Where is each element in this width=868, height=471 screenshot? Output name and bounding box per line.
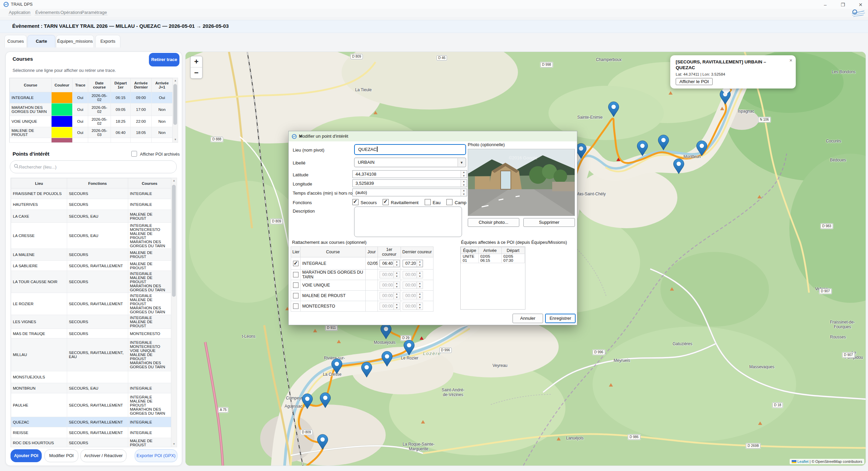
tab-carte[interactable]: Carte [27, 35, 55, 47]
minimize-icon[interactable]: – [820, 1, 830, 8]
edit-poi-dialog: Modifier un point d'intérêt ✕ Lieu (nom … [288, 131, 577, 325]
popup-close-icon[interactable]: × [789, 57, 792, 63]
course-row[interactable]: MARATHON DES GORGES DU TARN Oui 2026-05-… [10, 103, 173, 116]
poi-row[interactable]: PAULHESECOURS, RAVITAILLEMENTINTEGRALE M… [11, 393, 171, 417]
maximize-icon[interactable]: ❐ [838, 1, 848, 8]
poi-row[interactable]: LA MALENESECOURSMALENE DE PROUST [11, 249, 171, 261]
last-runner-time[interactable]: 07:20▲▼ [403, 260, 423, 267]
checkbox-icon[interactable] [293, 293, 298, 298]
checkbox-eau[interactable]: Eau [425, 200, 441, 205]
poi-row[interactable]: LA TOUR CAUSSE NOIRSECOURSINTEGRALE MALE… [11, 271, 171, 293]
poi-row[interactable]: MILLAUSECOURS, RAVITAILLEMENT, EAUINTEGR… [11, 338, 171, 371]
checkbox-icon[interactable] [131, 151, 137, 157]
map-marker[interactable] [673, 158, 684, 174]
attach-row[interactable]: VOIE UNIQUE 00:00▲▼ 00:00▲▼ [291, 280, 433, 291]
save-button[interactable]: Enregistrer [545, 314, 576, 323]
menu-operations[interactable]: Opérations [60, 10, 83, 15]
course-row[interactable]: VOIE UNIQUE Oui 2026-05-02 18:25 22:00 N… [10, 116, 173, 127]
tab-courses[interactable]: Courses [4, 35, 27, 47]
map-marker[interactable] [403, 340, 415, 356]
checkbox-icon[interactable] [383, 199, 389, 205]
scroll-up-icon[interactable]: ▲ [173, 78, 178, 83]
poi-row[interactable]: LE ROZIERSECOURS, RAVITAILLEMENTINTEGRAL… [11, 293, 171, 315]
course-row[interactable]: MALENE DE PROUST Oui 2026-05-03 06:40 18… [10, 127, 173, 138]
add-poi-button[interactable]: Ajouter POI [11, 449, 42, 462]
zoom-out-button[interactable]: − [191, 67, 202, 78]
poi-row[interactable]: MONSTUEJOULS [11, 371, 171, 383]
poi-row[interactable]: ROC DES HOURTOUSSECOURSMALENE DE PROUST [11, 438, 171, 448]
map-marker[interactable] [317, 434, 328, 450]
tab-exports[interactable]: Exports [95, 35, 120, 47]
course-row[interactable]: INTEGRALE Oui 2026-05-02 06:15 09:00 Oui [10, 92, 173, 103]
map-marker[interactable] [380, 323, 392, 339]
cancel-button[interactable]: Annuler [513, 314, 543, 323]
tab-equipes-missions[interactable]: Équipes_missions [56, 35, 94, 47]
scroll-up-icon[interactable]: ▲ [171, 178, 177, 183]
equipe-row[interactable]: UNITE 01 02/05 06:15 02/05 07:30 [461, 254, 525, 263]
map-marker[interactable] [361, 362, 372, 378]
poi-row[interactable]: LA CRESSESECOURS, EAUINTEGRALE MONTECRES… [11, 223, 171, 249]
menu-application[interactable]: Application [8, 10, 31, 15]
chevron-down-icon[interactable]: ▼ [458, 158, 465, 166]
latitude-input[interactable]: 44,374108▲▼ [352, 170, 467, 178]
close-icon[interactable]: ✕ [855, 1, 866, 8]
checkbox-ravitaillement[interactable]: Ravitaillement [383, 200, 419, 205]
delete-photo-button[interactable]: Supprimer [523, 218, 575, 227]
map-marker[interactable] [302, 393, 313, 409]
checkbox-icon[interactable] [293, 303, 298, 309]
map-marker[interactable] [696, 140, 708, 156]
poi-photo: ©2016 Google [468, 149, 575, 216]
zoom-in-button[interactable]: + [191, 56, 202, 67]
poi-row-selected[interactable]: QUEZACSECOURS, RAVITAILLEMENTINTEGRALE [11, 417, 171, 427]
poi-row[interactable]: LA SABLIERESECOURS, RAVITAILLEMENTMALENE… [11, 261, 171, 271]
libelle-select[interactable]: URBAIN▼ [354, 158, 466, 167]
map-marker[interactable] [381, 351, 393, 367]
access-time-input[interactable]: (auto)▲▼ [352, 189, 467, 196]
poi-row[interactable]: LES VIGNESSECOURSINTEGRALE MALENE DE PRO… [11, 315, 171, 329]
remove-trace-button[interactable]: Retirer trace [149, 53, 179, 66]
map-marker[interactable] [608, 101, 619, 117]
attach-row[interactable]: MALENE DE PROUST 00:00▲▼ 00:00▲▼ [291, 291, 433, 301]
attach-row[interactable]: MARATHON DES GORGES DU TARN 00:00▲▼ 00:0… [291, 270, 433, 280]
map-marker[interactable] [331, 358, 343, 374]
leaflet-link[interactable]: Leaflet [797, 459, 809, 464]
course-row[interactable] [10, 138, 173, 143]
poi-row[interactable]: RIEISSESECOURS, RAVITAILLEMENTINTEGRALE [11, 427, 171, 438]
checkbox-icon[interactable] [293, 282, 298, 288]
attach-row[interactable]: INTEGRALE 02/05 06:40▲▼ 07:20▲▼ [291, 257, 433, 270]
map-marker[interactable] [658, 135, 669, 151]
poi-row[interactable]: LA CAXESECOURS, EAUMALENE DE PROUST [11, 210, 171, 223]
checkbox-icon[interactable] [446, 199, 452, 205]
checkbox-icon[interactable] [293, 261, 298, 266]
show-poi-button[interactable]: Afficher le POI [676, 78, 713, 85]
poi-scrollbar[interactable]: ▲ ▼ [171, 178, 177, 447]
scroll-down-icon[interactable]: ▼ [171, 441, 177, 447]
poi-row[interactable]: FRAISSINET DE POUJOLSSECOURSINTEGRALE [11, 189, 171, 199]
archive-poi-button[interactable]: Archiver / Réactiver [80, 449, 127, 462]
archived-checkbox[interactable]: Afficher POI archivés [131, 151, 180, 157]
choose-photo-button[interactable]: Choisir photo... [468, 218, 519, 227]
checkbox-icon[interactable] [352, 199, 359, 205]
poi-row[interactable]: MAS DE TRAUQESECOURSMONTECRESTO [11, 329, 171, 338]
export-poi-button[interactable]: Exporter POI (GPX) [135, 449, 177, 462]
poi-row[interactable]: HAUTERIVESSECOURSINTEGRALE [11, 199, 171, 210]
menu-evenements[interactable]: Évènements [35, 10, 60, 15]
map-marker[interactable] [637, 140, 648, 156]
courses-scrollbar[interactable]: ▲ ▼ [172, 78, 178, 142]
map-marker[interactable] [320, 392, 331, 408]
scroll-down-icon[interactable]: ▼ [173, 137, 178, 142]
attach-row[interactable]: MONTECRESTO 00:00▲▼ 00:00▲▼ [291, 301, 433, 312]
longitude-input[interactable]: 3,525839▲▼ [352, 179, 467, 187]
poi-search-input[interactable] [10, 160, 177, 173]
checkbox-icon[interactable] [425, 199, 431, 205]
poi-row[interactable]: MONTBRUNSECOURS, EAUINTEGRALE [11, 383, 171, 393]
edit-poi-button[interactable]: Modifier POI [44, 449, 78, 462]
description-textarea[interactable] [354, 207, 462, 237]
dialog-close-icon[interactable]: ✕ [299, 134, 573, 139]
menu-parametrage[interactable]: Paramétrage [81, 10, 108, 15]
first-runner-time[interactable]: 06:40▲▼ [380, 260, 400, 267]
checkbox-secours[interactable]: Secours [352, 200, 377, 205]
lieu-input[interactable]: QUEZAC [354, 144, 466, 155]
dialog-title-bar[interactable]: Modifier un point d'intérêt ✕ [289, 131, 577, 141]
checkbox-icon[interactable] [293, 272, 298, 277]
